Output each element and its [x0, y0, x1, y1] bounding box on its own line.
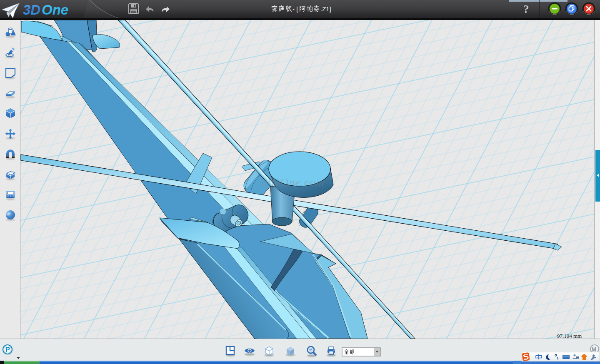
svg-text:i3DOne.com: i3DOne.com [261, 176, 325, 189]
svg-text:P: P [5, 346, 10, 353]
svg-text:One: One [42, 2, 68, 17]
svg-text:- [: - [ [292, 5, 298, 12]
svg-text:.Z1]: .Z1] [320, 5, 331, 12]
svg-text:97.104 mm: 97.104 mm [557, 333, 582, 339]
svg-text:?: ? [523, 3, 529, 15]
svg-text:3D: 3D [23, 2, 40, 17]
